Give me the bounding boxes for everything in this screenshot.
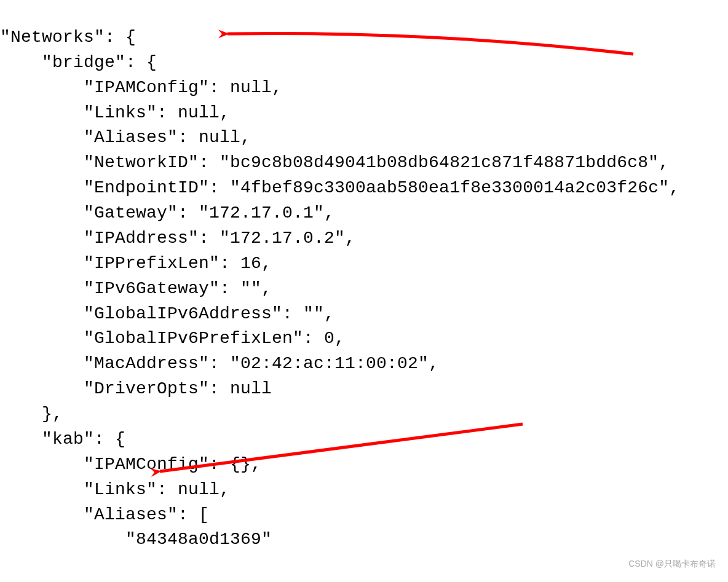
code-line: "IPv6Gateway": "", xyxy=(0,279,272,298)
code-line: "DriverOpts": null xyxy=(0,379,272,398)
code-line: "MacAddress": "02:42:ac:11:00:02", xyxy=(0,354,439,373)
json-code-block: "Networks": { "bridge": { "IPAMConfig": … xyxy=(0,0,728,578)
code-line: "IPPrefixLen": 16, xyxy=(0,254,272,273)
code-line: "IPAMConfig": null, xyxy=(0,78,282,97)
code-line: }, xyxy=(0,404,63,423)
watermark-text: CSDN @只喝卡布奇诺 xyxy=(628,557,716,570)
json-screenshot-page: "Networks": { "bridge": { "IPAMConfig": … xyxy=(0,0,728,582)
code-line: "GlobalIPv6PrefixLen": 0, xyxy=(0,329,345,348)
code-line: "NetworkID": "bc9c8b08d49041b08db64821c8… xyxy=(0,153,669,172)
code-line-bridge: "bridge": { xyxy=(0,53,157,72)
code-line: "Links": null, xyxy=(0,480,230,499)
code-line: "EndpointID": "4fbef89c3300aab580ea1f8e3… xyxy=(0,178,679,197)
code-line: "GlobalIPv6Address": "", xyxy=(0,304,334,323)
code-line: "Links": null, xyxy=(0,103,230,122)
code-line: "Networks": { xyxy=(0,28,136,47)
code-line: "Aliases": null, xyxy=(0,128,251,147)
code-line: "Aliases": [ xyxy=(0,505,209,524)
code-line: "84348a0d1369" xyxy=(0,530,272,549)
code-line: "Gateway": "172.17.0.1", xyxy=(0,203,334,222)
code-line: "IPAddress": "172.17.0.2", xyxy=(0,229,355,248)
code-line: "IPAMConfig": {}, xyxy=(0,455,261,474)
code-line-kab: "kab": { xyxy=(0,430,125,449)
